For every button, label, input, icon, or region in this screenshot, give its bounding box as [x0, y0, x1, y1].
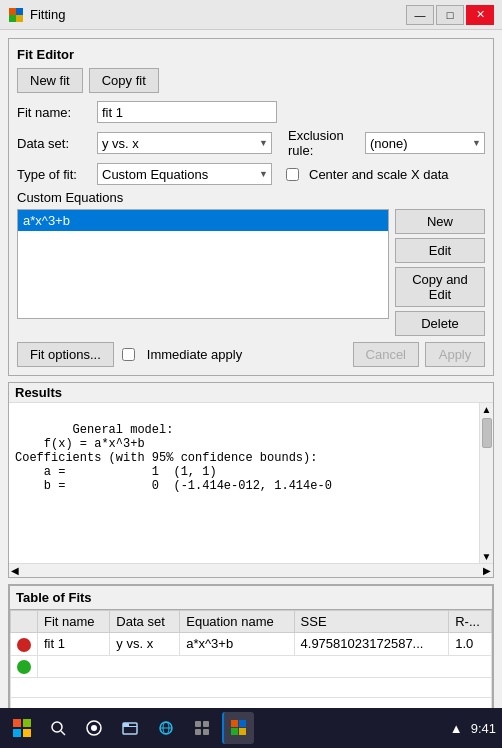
- svg-rect-5: [23, 719, 31, 727]
- col-equation: Equation name: [180, 611, 294, 633]
- row2-indicator-cell: [11, 655, 38, 678]
- scroll-up-icon[interactable]: ▲: [481, 403, 493, 416]
- delete-equation-button[interactable]: Delete: [395, 311, 485, 336]
- taskbar-tray: ▲: [450, 721, 463, 736]
- fit-editor-title: Fit Editor: [17, 47, 485, 62]
- equation-item[interactable]: a*x^3+b: [18, 210, 388, 231]
- equations-buttons: New Edit Copy and Edit Delete: [395, 209, 485, 336]
- center-scale-row: Center and scale X data: [286, 167, 448, 182]
- svg-rect-4: [13, 719, 21, 727]
- results-section: Results General model: f(x) = a*x^3+b Co…: [8, 382, 494, 578]
- scroll-right-icon[interactable]: ▶: [481, 565, 493, 576]
- apply-button[interactable]: Apply: [425, 342, 485, 367]
- taskbar-matlab[interactable]: [222, 712, 254, 744]
- custom-equations-area: a*x^3+b New Edit Copy and Edit Delete: [17, 209, 485, 336]
- main-content: Fit Editor New fit Copy fit Fit name: Da…: [0, 30, 502, 748]
- fit-options-right: Cancel Apply: [353, 342, 485, 367]
- row-sse: 4.97581023172587...: [294, 633, 449, 656]
- dataset-select-wrapper: y vs. x: [97, 132, 272, 154]
- fits-table: Fit name Data set Equation name SSE R-..…: [10, 610, 492, 718]
- title-bar: Fitting — □ ✕: [0, 0, 502, 30]
- type-fit-select[interactable]: Custom Equations: [97, 163, 272, 185]
- equations-list[interactable]: a*x^3+b: [17, 209, 389, 319]
- svg-rect-7: [23, 729, 31, 737]
- dataset-part: Data set: y vs. x: [17, 132, 272, 154]
- taskbar-time: 9:41: [471, 721, 496, 736]
- svg-point-11: [91, 725, 97, 731]
- new-fit-button[interactable]: New fit: [17, 68, 83, 93]
- fit-editor-section: Fit Editor New fit Copy fit Fit name: Da…: [8, 38, 494, 376]
- copy-and-edit-button[interactable]: Copy and Edit: [395, 267, 485, 307]
- results-label: Results: [9, 383, 493, 403]
- scroll-left-icon[interactable]: ◀: [9, 565, 21, 576]
- fit-action-buttons: New fit Copy fit: [17, 68, 485, 93]
- row-r: 1.0: [449, 633, 492, 656]
- minimize-button[interactable]: —: [406, 5, 434, 25]
- type-fit-row: Type of fit: Custom Equations Center and…: [17, 163, 485, 185]
- taskbar-search[interactable]: [42, 712, 74, 744]
- svg-rect-0: [9, 8, 16, 15]
- row-equation: a*x^3+b: [180, 633, 294, 656]
- close-button[interactable]: ✕: [466, 5, 494, 25]
- taskbar-ie[interactable]: [150, 712, 182, 744]
- new-equation-button[interactable]: New: [395, 209, 485, 234]
- svg-rect-2: [9, 15, 16, 22]
- fit-name-row: Fit name:: [17, 101, 485, 123]
- taskbar-start-button[interactable]: [6, 712, 38, 744]
- fit-options-row: Fit options... Immediate apply Cancel Ap…: [17, 342, 485, 367]
- immediate-apply-label: Immediate apply: [147, 347, 242, 362]
- results-scrollbar[interactable]: ▲ ▼: [479, 403, 493, 563]
- fit-options-button[interactable]: Fit options...: [17, 342, 114, 367]
- exclusion-label: Exclusion rule:: [288, 128, 359, 158]
- cancel-button[interactable]: Cancel: [353, 342, 419, 367]
- svg-rect-1: [16, 8, 23, 15]
- type-fit-label: Type of fit:: [17, 167, 97, 182]
- table-row-2[interactable]: [11, 655, 492, 678]
- row-fit-name: fit 1: [38, 633, 110, 656]
- results-text: General model: f(x) = a*x^3+b Coefficien…: [9, 403, 479, 563]
- taskbar-right: ▲ 9:41: [450, 721, 496, 736]
- dataset-exclusion-row: Data set: y vs. x Exclusion rule: (none): [17, 128, 485, 158]
- col-r: R-...: [449, 611, 492, 633]
- dataset-select[interactable]: y vs. x: [97, 132, 272, 154]
- window-title: Fitting: [30, 7, 65, 22]
- taskbar-cortana[interactable]: [78, 712, 110, 744]
- row-dataset: y vs. x: [110, 633, 180, 656]
- center-scale-checkbox[interactable]: [286, 168, 299, 181]
- custom-equations-label: Custom Equations: [17, 190, 485, 205]
- row-indicator-cell: [11, 633, 38, 656]
- svg-point-8: [52, 722, 62, 732]
- type-fit-select-wrapper: Custom Equations: [97, 163, 272, 185]
- taskbar: ▲ 9:41: [0, 708, 502, 748]
- svg-rect-22: [231, 720, 238, 727]
- exclusion-part: Exclusion rule: (none): [288, 128, 485, 158]
- taskbar-apps[interactable]: [186, 712, 218, 744]
- taskbar-explorer[interactable]: [114, 712, 146, 744]
- svg-rect-19: [203, 721, 209, 727]
- center-scale-label: Center and scale X data: [309, 167, 448, 182]
- fit-options-left: Fit options... Immediate apply: [17, 342, 242, 367]
- dataset-label: Data set:: [17, 136, 97, 151]
- maximize-button[interactable]: □: [436, 5, 464, 25]
- svg-rect-14: [123, 726, 137, 727]
- fit-name-input[interactable]: [97, 101, 277, 123]
- scroll-down-icon[interactable]: ▼: [481, 550, 493, 563]
- results-content: General model: f(x) = a*x^3+b Coefficien…: [15, 423, 332, 493]
- svg-rect-24: [231, 728, 238, 735]
- results-hscrollbar[interactable]: ◀ ▶: [9, 563, 493, 577]
- scroll-thumb[interactable]: [482, 418, 492, 448]
- svg-rect-25: [239, 728, 246, 735]
- exclusion-select[interactable]: (none): [365, 132, 485, 154]
- svg-rect-3: [16, 15, 23, 22]
- svg-rect-18: [195, 721, 201, 727]
- col-sse: SSE: [294, 611, 449, 633]
- svg-line-9: [61, 731, 65, 735]
- copy-fit-button[interactable]: Copy fit: [89, 68, 159, 93]
- table-row[interactable]: fit 1 y vs. x a*x^3+b 4.97581023172587..…: [11, 633, 492, 656]
- col-fit-name: Fit name: [38, 611, 110, 633]
- edit-equation-button[interactable]: Edit: [395, 238, 485, 263]
- immediate-apply-checkbox[interactable]: [122, 348, 135, 361]
- app-icon: [8, 7, 24, 23]
- col-indicator: [11, 611, 38, 633]
- table-of-fits-label: Table of Fits: [10, 586, 492, 610]
